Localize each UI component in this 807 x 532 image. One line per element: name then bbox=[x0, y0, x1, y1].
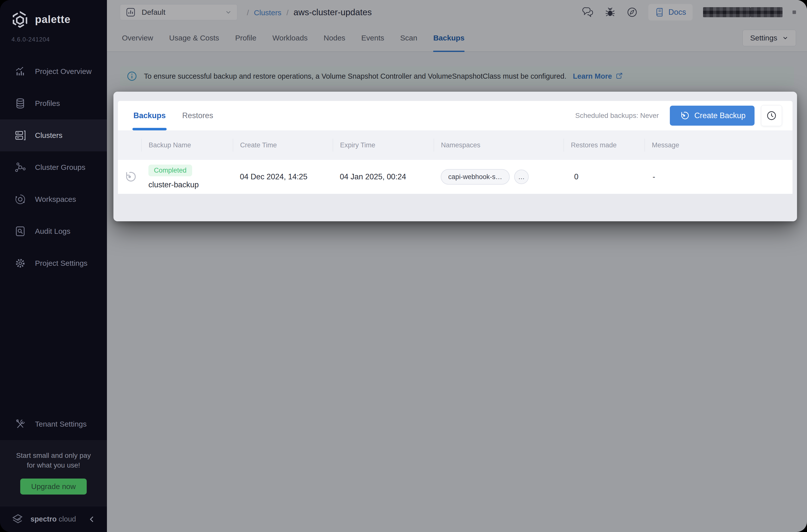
sidebar-item-label: Clusters bbox=[35, 131, 62, 140]
column-header-namespaces: Namespaces bbox=[434, 139, 564, 152]
column-header-restores-made: Restores made bbox=[564, 139, 644, 152]
sidebar-item-label: Tenant Settings bbox=[35, 420, 87, 428]
restore-icon bbox=[123, 170, 136, 184]
backup-name-cell: Completed cluster-backup bbox=[142, 165, 233, 189]
backups-panel: Backups Restores Scheduled backups: Neve… bbox=[113, 92, 797, 221]
modal-dim-overlay bbox=[107, 0, 807, 532]
panel-tab-backups[interactable]: Backups bbox=[133, 101, 166, 130]
expiry-time-cell: 04 Jan 2025, 00:24 bbox=[333, 172, 434, 181]
palette-logo-icon bbox=[11, 11, 29, 28]
row-restore-action[interactable] bbox=[118, 170, 142, 184]
app-version: 4.6.0-241204 bbox=[0, 28, 107, 43]
backups-table-header: Backup Name Create Time Expiry Time Name… bbox=[118, 130, 792, 160]
clock-icon bbox=[766, 110, 777, 121]
sidebar-item-audit-logs[interactable]: Audit Logs bbox=[0, 215, 107, 247]
backups-panel-inner: Backups Restores Scheduled backups: Neve… bbox=[118, 101, 792, 194]
create-time-cell: 04 Dec 2024, 14:25 bbox=[233, 172, 333, 181]
header-spacer bbox=[118, 139, 142, 152]
sidebar-item-project-overview[interactable]: Project Overview bbox=[0, 55, 107, 88]
collapse-sidebar-icon[interactable] bbox=[89, 516, 95, 523]
sidebar-item-profiles[interactable]: Profiles bbox=[0, 88, 107, 119]
sidebar-spacer bbox=[0, 279, 107, 408]
sidebar-item-label: Project Settings bbox=[35, 259, 88, 267]
column-header-backup-name: Backup Name bbox=[142, 139, 233, 152]
backup-name: cluster-backup bbox=[148, 180, 199, 189]
schedule-backup-button[interactable] bbox=[761, 105, 782, 126]
spectro-cloud-logo-icon bbox=[12, 513, 24, 526]
footer-brand-bold: spectro bbox=[31, 515, 57, 523]
gear-icon bbox=[15, 258, 26, 269]
namespace-chip[interactable]: capi-webhook-s… bbox=[441, 169, 510, 185]
sidebar-footer: spectro cloud bbox=[0, 506, 107, 532]
bar-chart-icon bbox=[15, 66, 26, 77]
sidebar-item-label: Project Overview bbox=[35, 67, 92, 76]
brand-row: palette bbox=[0, 0, 107, 28]
namespaces-more-chip[interactable]: … bbox=[514, 170, 529, 184]
restores-made-cell: 0 bbox=[564, 172, 644, 181]
sidebar-item-label: Cluster Groups bbox=[35, 163, 86, 172]
table-row[interactable]: Completed cluster-backup 04 Dec 2024, 14… bbox=[118, 160, 792, 194]
upgrade-promo: Start small and only pay for what you us… bbox=[0, 440, 107, 506]
sidebar: palette 4.6.0-241204 Project Overview bbox=[0, 0, 107, 532]
message-cell: - bbox=[644, 172, 792, 181]
column-header-expiry-time: Expiry Time bbox=[333, 139, 434, 152]
sidebar-item-cluster-groups[interactable]: Cluster Groups bbox=[0, 151, 107, 183]
sidebar-item-tenant-settings[interactable]: Tenant Settings bbox=[0, 408, 107, 440]
sidebar-item-workspaces[interactable]: Workspaces bbox=[0, 183, 107, 215]
sidebar-item-label: Workspaces bbox=[35, 195, 76, 204]
column-header-create-time: Create Time bbox=[233, 139, 333, 152]
sidebar-item-label: Profiles bbox=[35, 99, 60, 108]
panel-tab-restores[interactable]: Restores bbox=[182, 101, 213, 130]
tools-icon bbox=[15, 418, 26, 430]
upgrade-now-button[interactable]: Upgrade now bbox=[20, 478, 87, 495]
promo-text-line1: Start small and only pay bbox=[9, 451, 98, 460]
server-icon bbox=[15, 130, 26, 141]
main-content: Default / Clusters / aws-cluster-updates bbox=[107, 0, 807, 532]
sidebar-item-clusters[interactable]: Clusters bbox=[0, 119, 107, 151]
column-header-message: Message bbox=[644, 139, 792, 152]
orbit-icon bbox=[15, 194, 26, 205]
create-backup-label: Create Backup bbox=[694, 111, 746, 120]
backups-panel-tabbar: Backups Restores Scheduled backups: Neve… bbox=[118, 101, 792, 130]
app-window: palette 4.6.0-241204 Project Overview bbox=[0, 0, 807, 532]
promo-text-line2: for what you use! bbox=[9, 460, 98, 470]
footer-brand-light: cloud bbox=[59, 515, 76, 523]
status-badge: Completed bbox=[148, 165, 192, 176]
scheduled-backups-status: Scheduled backups: Never bbox=[575, 112, 659, 120]
network-icon bbox=[15, 162, 26, 173]
sidebar-item-project-settings[interactable]: Project Settings bbox=[0, 247, 107, 279]
sidebar-nav: Project Overview Profiles Cluste bbox=[0, 55, 107, 279]
sidebar-item-label: Audit Logs bbox=[35, 227, 71, 235]
layers-icon bbox=[15, 98, 26, 109]
backup-restore-icon bbox=[679, 110, 689, 121]
namespaces-cell: capi-webhook-s… … bbox=[434, 169, 564, 185]
create-backup-button[interactable]: Create Backup bbox=[670, 106, 754, 126]
footer-brand: spectro cloud bbox=[31, 515, 76, 523]
brand-name: palette bbox=[35, 14, 71, 25]
audit-icon bbox=[15, 226, 26, 237]
